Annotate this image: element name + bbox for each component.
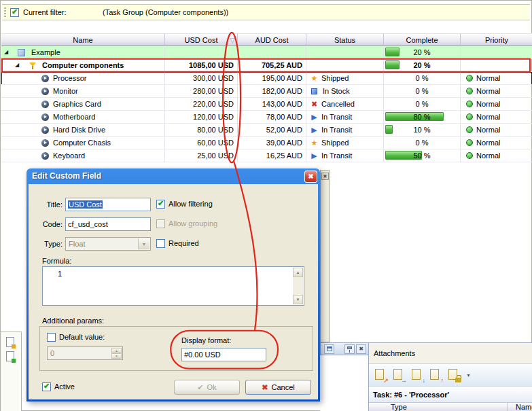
complete-label: 10 % (384, 124, 460, 136)
docked-panel-titlebar: ✖ (320, 342, 369, 355)
task-group-filter-icon (29, 61, 37, 70)
new-attachment-button[interactable]: ↗ (373, 367, 388, 383)
status-label: In Transit (321, 111, 352, 123)
task-row[interactable]: Computer Chasis60,00 USD39,00 AUD★Shippe… (1, 137, 532, 149)
background-close-icon[interactable]: ✖ (321, 173, 329, 180)
pin-icon[interactable] (344, 344, 355, 354)
column-header-status[interactable]: Status (306, 33, 384, 46)
checkbox-icon (156, 219, 165, 228)
spinner-down-icon: ▼ (111, 353, 122, 359)
task-row[interactable]: Keyboard25,00 USD16,25 AUD▶In Transit50 … (1, 149, 532, 162)
cell-aud-cost: 16,25 AUD (238, 149, 306, 162)
cell-aud-cost (238, 46, 306, 59)
cell-status: ▶In Transit (306, 111, 384, 124)
column-header-aud-cost[interactable]: AUD Cost (238, 33, 306, 46)
task-row[interactable]: ◢Computer components1085,00 USD705,25 AU… (1, 59, 532, 72)
cell-status: ★Shipped (306, 72, 384, 85)
priority-normal-icon (466, 139, 473, 146)
panel-close-icon[interactable]: ✖ (356, 344, 366, 354)
column-header-usd-cost[interactable]: USD Cost ▽ (165, 33, 238, 46)
cell-usd-cost: 280,00 USD (165, 85, 238, 98)
cell-priority (461, 59, 532, 72)
task-name-label: Monitor (53, 85, 78, 97)
task-row[interactable]: Graphics Card220,00 USD143,00 AUD✖Cancel… (1, 98, 532, 111)
upload-attachment-button[interactable]: ↑ (428, 367, 443, 383)
cell-status: ✖Cancelled (306, 98, 384, 111)
column-header-complete[interactable]: Complete (384, 33, 461, 46)
code-field[interactable] (65, 217, 151, 231)
display-format-field[interactable] (181, 348, 266, 361)
spinner-up-icon: ▲ (111, 348, 122, 353)
dialog-title[interactable]: Edit Custom Field (26, 168, 320, 184)
project-icon (18, 49, 25, 56)
task-bullet-icon (41, 101, 49, 108)
default-value-checkbox[interactable]: Default value: (47, 333, 105, 342)
title-field[interactable]: USD Cost (65, 198, 151, 211)
column-header-priority[interactable]: Priority (461, 33, 532, 46)
toolbar-dropdown-icon[interactable]: ▼ (466, 373, 471, 378)
attachments-column-name[interactable]: Name (508, 403, 532, 411)
task-row[interactable]: Motherboard120,00 USD78,00 AUD▶In Transi… (1, 111, 532, 124)
cell-aud-cost: 195,00 AUD (238, 72, 306, 85)
cell-priority: Normal (461, 98, 532, 111)
priority-label: Normal (476, 137, 500, 149)
docked-panel-body (320, 355, 368, 411)
attachments-task-header: Task: #6 - 'Processor' (369, 387, 532, 403)
scroll-up-icon[interactable]: ▲ (293, 268, 303, 277)
ok-button: ✔ Ok (174, 380, 240, 395)
required-checkbox[interactable]: Required (156, 239, 199, 248)
export-document-icon[interactable] (6, 351, 14, 361)
active-checkbox[interactable]: Active (42, 382, 75, 391)
cell-status: In Stock (306, 85, 384, 98)
scroll-down-icon[interactable]: ▼ (293, 295, 303, 304)
cell-complete: 50 % (384, 149, 461, 162)
lock-icon (455, 378, 461, 382)
current-filter-checkbox[interactable] (10, 8, 19, 17)
task-name-label: Graphics Card (53, 98, 101, 110)
attachments-toolbar: ↗ → ↓ ↑ ▼ (369, 363, 532, 387)
expand-arrow-icon[interactable]: ◢ (15, 62, 19, 68)
cell-usd-cost: 300,00 USD (165, 72, 238, 85)
formula-editor[interactable]: 1 ▲ ▼ (42, 266, 304, 306)
cell-usd-cost: 120,00 USD (165, 111, 238, 124)
task-row[interactable]: Hard Disk Drive80,00 USD52,00 AUD▶In Tra… (1, 124, 532, 137)
formula-value: 1 (58, 270, 62, 278)
panel-window-icon[interactable] (324, 344, 334, 354)
cell-priority: Normal (461, 124, 532, 137)
attachments-column-type[interactable]: Type (369, 403, 508, 411)
title-field-label: Title: (33, 198, 63, 211)
dialog-body: Title: USD Cost Allow filtering Code: Al… (29, 184, 318, 399)
current-filter-value[interactable]: (Task Group (Computer components)) (103, 8, 228, 16)
formula-label: Formula: (42, 254, 71, 268)
sort-descending-icon[interactable]: ▽ (230, 35, 235, 46)
filter-bar-grip[interactable] (4, 7, 6, 18)
task-name-label: Example (31, 46, 60, 58)
allow-filtering-checkbox[interactable]: Allow filtering (156, 200, 213, 209)
task-row[interactable]: Processor300,00 USD195,00 AUD★Shipped0 %… (1, 72, 532, 85)
task-row[interactable]: ◢Example20 % (1, 46, 532, 59)
open-attachment-button[interactable]: → (391, 367, 406, 383)
task-name-label: Computer Chasis (53, 137, 111, 149)
formula-scrollbar[interactable]: ▲ ▼ (293, 268, 303, 304)
edit-document-icon[interactable] (6, 337, 14, 347)
task-bullet-icon (41, 152, 49, 160)
cell-aud-cost: 78,00 AUD (238, 111, 306, 124)
permissions-button[interactable] (446, 367, 461, 383)
cell-priority (461, 46, 532, 59)
complete-label: 50 % (384, 149, 460, 162)
task-row[interactable]: Monitor280,00 USD182,00 AUDIn Stock0 %No… (1, 85, 532, 98)
download-attachment-button[interactable]: ↓ (410, 367, 425, 383)
complete-label: 20 % (384, 59, 460, 71)
bottom-left-toolbar (1, 332, 22, 411)
expand-arrow-icon[interactable]: ◢ (4, 50, 8, 55)
cell-complete: 0 % (384, 137, 461, 149)
status-label: Cancelled (321, 98, 355, 110)
complete-label: 0 % (384, 137, 460, 149)
priority-label: Normal (476, 72, 500, 84)
cancel-button[interactable]: ✖ Cancel (245, 380, 311, 395)
attachments-panel: Attachments ↗ → ↓ ↑ ▼ Task: #6 - 'Proces… (368, 342, 532, 411)
task-name-label: Motherboard (53, 111, 95, 123)
column-header-name[interactable]: Name (1, 33, 165, 46)
priority-normal-icon (466, 88, 473, 94)
dialog-close-icon[interactable]: ✖ (304, 171, 317, 183)
